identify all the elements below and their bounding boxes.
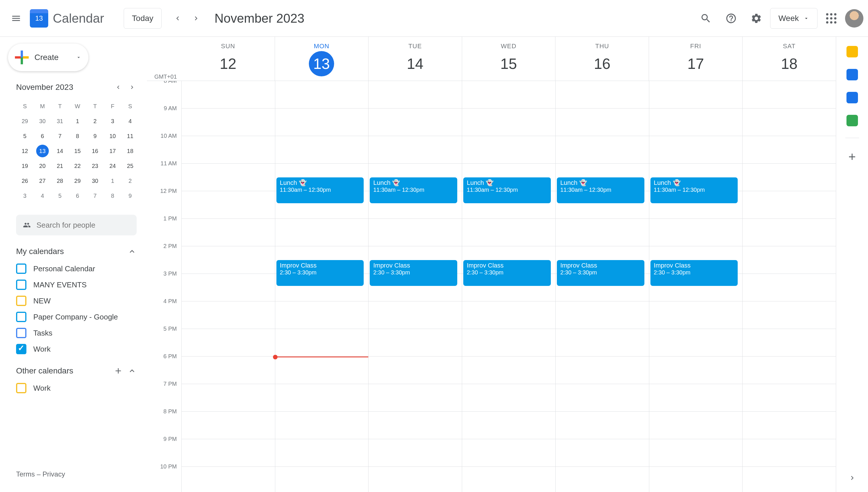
day-column[interactable]: Lunch 👻11:30am – 12:30pmImprov Class2:30… [275, 81, 369, 492]
hour-cell[interactable] [275, 81, 369, 108]
calendar-event[interactable]: Improv Class2:30 – 3:30pm [650, 260, 738, 286]
mini-day-cell[interactable]: 10 [104, 129, 121, 144]
day-number[interactable]: 16 [590, 51, 615, 76]
hour-cell[interactable] [182, 439, 275, 467]
hour-cell[interactable] [556, 356, 649, 384]
mini-day-cell[interactable]: 5 [51, 188, 69, 203]
hour-cell[interactable] [649, 301, 743, 329]
maps-icon[interactable] [846, 115, 858, 126]
add-calendar-icon[interactable] [114, 366, 123, 375]
calendar-checkbox[interactable] [16, 383, 26, 393]
hour-cell[interactable] [556, 81, 649, 108]
account-avatar[interactable] [845, 9, 863, 28]
mini-day-cell[interactable]: 30 [86, 173, 104, 188]
mini-day-cell[interactable]: 13 [36, 145, 49, 157]
hour-cell[interactable] [649, 384, 743, 412]
hour-cell[interactable] [556, 329, 649, 356]
mini-day-cell[interactable]: 17 [104, 144, 121, 158]
mini-day-cell[interactable]: 3 [104, 114, 121, 129]
day-column[interactable] [742, 81, 836, 492]
hour-cell[interactable] [556, 108, 649, 136]
day-header[interactable]: WED15 [462, 37, 555, 81]
hour-cell[interactable] [182, 384, 275, 412]
hour-cell[interactable] [369, 384, 462, 412]
mini-day-cell[interactable]: 27 [33, 173, 51, 188]
hide-panel-button[interactable] [848, 474, 856, 483]
mini-day-cell[interactable]: 29 [16, 114, 33, 129]
day-header[interactable]: THU16 [555, 37, 649, 81]
mini-day-cell[interactable]: 19 [16, 158, 33, 173]
mini-day-cell[interactable]: 29 [69, 173, 86, 188]
calendar-checkbox[interactable] [16, 328, 26, 338]
hour-cell[interactable] [182, 246, 275, 274]
hour-cell[interactable] [369, 136, 462, 164]
mini-prev-month[interactable] [111, 80, 125, 94]
hour-cell[interactable] [743, 412, 836, 439]
mini-day-cell[interactable]: 15 [69, 144, 86, 158]
day-header[interactable]: FRI17 [649, 37, 742, 81]
today-button[interactable]: Today [124, 8, 162, 29]
mini-day-cell[interactable]: 12 [16, 144, 33, 158]
current-range-title[interactable]: November 2023 [215, 11, 692, 26]
mini-day-cell[interactable]: 4 [121, 114, 139, 129]
day-number[interactable]: 18 [777, 51, 802, 76]
mini-day-cell[interactable]: 5 [16, 129, 33, 144]
view-switcher[interactable]: Week [770, 8, 817, 29]
day-column[interactable] [181, 81, 275, 492]
hour-cell[interactable] [275, 301, 369, 329]
hour-cell[interactable] [743, 191, 836, 219]
calendar-event[interactable]: Lunch 👻11:30am – 12:30pm [370, 177, 457, 203]
mini-day-cell[interactable]: 24 [104, 158, 121, 173]
hour-cell[interactable] [369, 301, 462, 329]
hour-cell[interactable] [462, 136, 555, 164]
mini-day-cell[interactable]: 30 [33, 114, 51, 129]
hour-cell[interactable] [743, 108, 836, 136]
hour-cell[interactable] [743, 356, 836, 384]
mini-day-cell[interactable]: 9 [121, 188, 139, 203]
calendar-event[interactable]: Lunch 👻11:30am – 12:30pm [557, 177, 644, 203]
hour-cell[interactable] [369, 356, 462, 384]
hour-cell[interactable] [743, 439, 836, 467]
hour-cell[interactable] [556, 384, 649, 412]
hour-cell[interactable] [369, 439, 462, 467]
mini-day-cell[interactable]: 8 [69, 129, 86, 144]
hour-cell[interactable] [275, 136, 369, 164]
hour-cell[interactable] [182, 108, 275, 136]
hour-cell[interactable] [743, 274, 836, 301]
mini-day-cell[interactable]: 6 [33, 129, 51, 144]
mini-day-cell[interactable]: 21 [51, 158, 69, 173]
calendar-checkbox[interactable] [16, 296, 26, 306]
contacts-icon[interactable] [846, 92, 858, 103]
hour-cell[interactable] [556, 219, 649, 246]
day-column[interactable]: Lunch 👻11:30am – 12:30pmImprov Class2:30… [368, 81, 462, 492]
mini-day-cell[interactable]: 11 [121, 129, 139, 144]
mini-day-cell[interactable]: 25 [121, 158, 139, 173]
hour-cell[interactable] [556, 301, 649, 329]
hour-cell[interactable] [369, 467, 462, 492]
hour-cell[interactable] [556, 439, 649, 467]
calendar-event[interactable]: Improv Class2:30 – 3:30pm [557, 260, 644, 286]
hour-cell[interactable] [649, 108, 743, 136]
hour-cell[interactable] [182, 219, 275, 246]
day-header[interactable]: SAT18 [742, 37, 836, 81]
mini-day-cell[interactable]: 8 [104, 188, 121, 203]
hour-cell[interactable] [369, 412, 462, 439]
support-button[interactable] [720, 7, 743, 30]
search-button[interactable] [694, 7, 717, 30]
hour-cell[interactable] [462, 301, 555, 329]
calendar-list-item[interactable]: Personal Calendar [16, 261, 137, 277]
day-header[interactable]: MON13 [275, 37, 368, 81]
hour-cell[interactable] [743, 136, 836, 164]
calendar-list-item[interactable]: MANY EVENTS [16, 277, 137, 293]
day-number[interactable]: 17 [683, 51, 709, 76]
hour-cell[interactable] [182, 136, 275, 164]
mini-day-cell[interactable]: 23 [86, 158, 104, 173]
mini-day-cell[interactable]: 26 [16, 173, 33, 188]
calendar-event[interactable]: Lunch 👻11:30am – 12:30pm [463, 177, 551, 203]
calendar-grid[interactable]: 8 AM9 AM10 AM11 AM12 PM1 PM2 PM3 PM4 PM5… [147, 81, 836, 492]
calendar-list-item[interactable]: Paper Company - Google [16, 309, 137, 325]
mini-day-cell[interactable]: 31 [51, 114, 69, 129]
calendar-checkbox[interactable] [16, 344, 26, 354]
hour-cell[interactable] [743, 81, 836, 108]
day-header[interactable]: TUE14 [368, 37, 462, 81]
